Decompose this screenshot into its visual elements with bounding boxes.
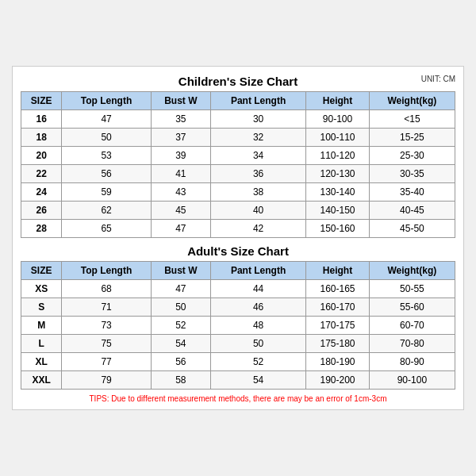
table-cell: 110-120 [306,147,369,165]
table-row: 24594338130-14035-40 [21,183,455,202]
table-cell: <15 [369,110,455,129]
table-cell: 45-50 [369,220,455,238]
table-cell: 35 [151,110,210,129]
table-row: S715046160-17055-60 [21,298,455,317]
children-header-row: SIZE Top Length Bust W Pant Length Heigh… [21,92,455,110]
adult-col-bust-w: Bust W [151,262,210,280]
table-row: 26624540140-15040-45 [21,202,455,220]
table-cell: 58 [151,371,210,390]
table-cell: XXL [21,371,62,390]
table-cell: 52 [151,317,210,335]
adult-table: SIZE Top Length Bust W Pant Length Heigh… [21,261,455,390]
children-title: Children's Size Chart [178,75,298,88]
table-cell: 28 [21,220,62,238]
table-row: 1647353090-100<15 [21,110,455,129]
table-cell: L [21,335,62,353]
table-cell: 50 [210,335,305,353]
table-row: 18503732100-11015-25 [21,129,455,147]
adult-col-size: SIZE [21,262,62,280]
table-cell: 36 [210,165,305,183]
unit-label: UNIT: CM [421,75,455,83]
tips-text: TIPS: Due to different measurement metho… [90,394,387,403]
adult-title: Adult's Size Chart [187,244,289,258]
table-cell: 62 [62,202,152,220]
table-cell: 160-170 [306,298,369,317]
children-col-pant-length: Pant Length [210,92,305,110]
adult-col-weight: Weight(kg) [369,262,455,280]
table-cell: 140-150 [306,202,369,220]
table-cell: 55-60 [369,298,455,317]
adult-tbody: XS684744160-16550-55S715046160-17055-60M… [21,280,455,390]
table-cell: 20 [21,147,62,165]
table-cell: 79 [62,371,152,390]
table-cell: 39 [151,147,210,165]
table-cell: 90-100 [306,110,369,129]
table-cell: S [21,298,62,317]
table-cell: 40 [210,202,305,220]
adult-col-top-length: Top Length [62,262,152,280]
table-cell: 37 [151,129,210,147]
table-cell: 15-25 [369,129,455,147]
table-cell: 45 [151,202,210,220]
table-cell: 26 [21,202,62,220]
table-cell: 54 [151,335,210,353]
table-cell: 40-45 [369,202,455,220]
children-col-bust-w: Bust W [151,92,210,110]
table-cell: 73 [62,317,152,335]
table-row: XS684744160-16550-55 [21,280,455,298]
children-col-weight: Weight(kg) [369,92,455,110]
table-row: 20533934110-12025-30 [21,147,455,165]
children-col-top-length: Top Length [62,92,152,110]
table-cell: 130-140 [306,183,369,202]
table-cell: 90-100 [369,371,455,390]
table-cell: 71 [62,298,152,317]
adult-section: Adult's Size Chart SIZE Top Length Bust … [21,244,455,390]
table-cell: 60-70 [369,317,455,335]
table-cell: 53 [62,147,152,165]
children-table: SIZE Top Length Bust W Pant Length Heigh… [21,91,455,238]
table-cell: 52 [210,353,305,371]
table-cell: 16 [21,110,62,129]
adult-title-row: Adult's Size Chart [21,244,455,258]
table-cell: 68 [62,280,152,298]
table-cell: 170-175 [306,317,369,335]
table-cell: 50 [62,129,152,147]
table-cell: 30 [210,110,305,129]
table-cell: 34 [210,147,305,165]
table-cell: 47 [151,280,210,298]
table-cell: 47 [151,220,210,238]
table-cell: 22 [21,165,62,183]
table-row: L755450175-18070-80 [21,335,455,353]
table-cell: 50-55 [369,280,455,298]
table-cell: 70-80 [369,335,455,353]
table-cell: 175-180 [306,335,369,353]
tips-row: TIPS: Due to different measurement metho… [21,394,455,403]
adult-thead: SIZE Top Length Bust W Pant Length Heigh… [21,262,455,280]
table-cell: 41 [151,165,210,183]
table-row: XL775652180-19080-90 [21,353,455,371]
children-tbody: 1647353090-100<1518503732100-11015-25205… [21,110,455,238]
table-cell: 75 [62,335,152,353]
table-cell: 35-40 [369,183,455,202]
table-cell: XS [21,280,62,298]
table-row: 28654742150-16045-50 [21,220,455,238]
table-cell: 44 [210,280,305,298]
table-cell: 65 [62,220,152,238]
table-row: 22564136120-13030-35 [21,165,455,183]
table-cell: 160-165 [306,280,369,298]
table-cell: 46 [210,298,305,317]
table-cell: 32 [210,129,305,147]
table-cell: 42 [210,220,305,238]
table-cell: 190-200 [306,371,369,390]
table-cell: 43 [151,183,210,202]
table-cell: 100-110 [306,129,369,147]
table-cell: 80-90 [369,353,455,371]
table-cell: 180-190 [306,353,369,371]
table-cell: 38 [210,183,305,202]
table-cell: 150-160 [306,220,369,238]
adult-col-height: Height [306,262,369,280]
chart-wrapper: Children's Size Chart UNIT: CM SIZE Top … [12,66,464,410]
table-cell: 47 [62,110,152,129]
table-cell: 59 [62,183,152,202]
table-row: M735248170-17560-70 [21,317,455,335]
